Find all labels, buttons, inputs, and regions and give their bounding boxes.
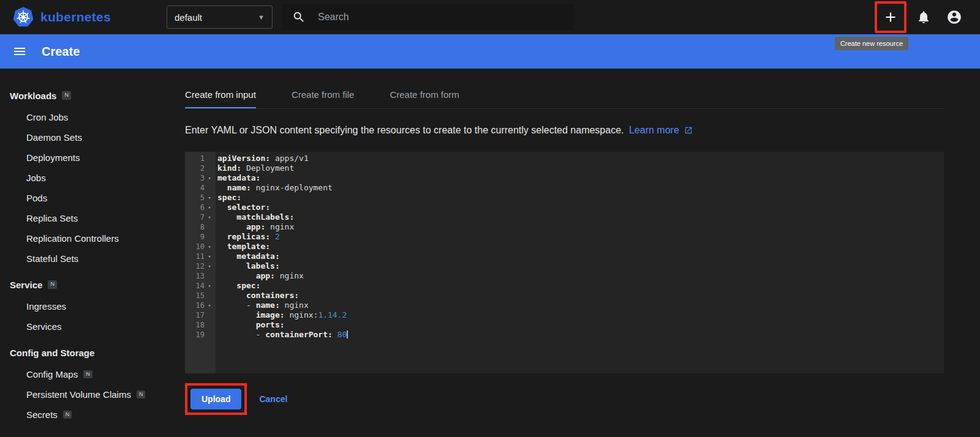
fold-toggle-icon[interactable]: ▾ <box>205 242 214 252</box>
brand-name: kubernetes <box>40 10 111 24</box>
tab-create-from-form[interactable]: Create from form <box>390 82 459 108</box>
code-line[interactable]: - name: nginx <box>217 301 944 310</box>
namespace-select[interactable]: default ▼ <box>167 6 273 29</box>
search-input[interactable] <box>318 12 564 23</box>
fold-toggle-icon[interactable]: ▾ <box>205 173 214 183</box>
fold-toggle-icon[interactable]: ▾ <box>205 261 214 271</box>
kubernetes-logo-icon <box>12 6 34 28</box>
code-line[interactable]: name: nginx-deployment <box>217 183 944 193</box>
fold-toggle-icon[interactable]: ▾ <box>205 301 214 310</box>
chevron-down-icon: ▼ <box>258 13 265 21</box>
fold-toggle-icon[interactable]: ▾ <box>205 281 214 291</box>
fold-toggle-icon[interactable]: ▾ <box>205 212 214 222</box>
search-bar[interactable] <box>282 4 573 31</box>
code-line[interactable]: app: nginx <box>217 271 944 281</box>
gutter-line: 6▾ <box>185 203 216 212</box>
namespaced-badge: N <box>137 390 146 399</box>
sidebar-item-replication-controllers[interactable]: Replication Controllers <box>0 228 170 248</box>
sidebar-item-label: Cron Jobs <box>26 112 68 122</box>
menu-button[interactable] <box>12 44 27 59</box>
gutter-line: 10▾ <box>185 242 216 252</box>
sidebar-item-secrets[interactable]: SecretsN <box>0 405 170 425</box>
sidebar-item-label: Daemon Sets <box>26 132 82 143</box>
editor-code[interactable]: apiVersion: apps/v1kind: Deploymentmetad… <box>216 152 944 373</box>
sidebar-item-stateful-sets[interactable]: Stateful Sets <box>0 248 170 269</box>
sidebar-item-label: Replica Sets <box>26 213 78 223</box>
annotation-red-box-create <box>875 1 907 33</box>
page-title: Create <box>42 45 80 59</box>
learn-more-link[interactable]: Learn more <box>629 125 679 135</box>
tab-bar: Create from inputCreate from fileCreate … <box>185 82 944 109</box>
code-line[interactable]: template: <box>217 242 944 252</box>
sidebar: WorkloadsNCron JobsDaemon SetsDeployment… <box>0 69 170 437</box>
sidebar-item-label: Stateful Sets <box>26 253 78 264</box>
gutter-line: 19 <box>185 330 216 340</box>
code-line[interactable]: ports: <box>217 320 944 330</box>
gutter-line: 12▾ <box>185 261 216 271</box>
gutter-line: 18 <box>185 320 216 330</box>
code-line[interactable]: metadata: <box>217 252 944 261</box>
sidebar-item-replica-sets[interactable]: Replica Sets <box>0 208 170 228</box>
sidebar-section-label: Service <box>10 280 42 290</box>
fold-toggle-icon[interactable]: ▾ <box>205 193 214 203</box>
account-button[interactable] <box>941 4 968 31</box>
text-cursor <box>347 331 348 338</box>
code-line[interactable]: matchLabels: <box>217 212 944 222</box>
gutter-line: 7▾ <box>185 212 216 222</box>
code-line[interactable]: image: nginx:1.14.2 <box>217 310 944 320</box>
layout: WorkloadsNCron JobsDaemon SetsDeployment… <box>0 69 980 437</box>
namespaced-badge: N <box>48 280 57 289</box>
sidebar-section-service: ServiceN <box>0 273 170 296</box>
instruction-text: Enter YAML or JSON content specifying th… <box>185 125 944 137</box>
sidebar-item-config-maps[interactable]: Config MapsN <box>0 364 170 384</box>
upload-button[interactable]: Upload <box>190 389 241 409</box>
sidebar-item-label: Config Maps <box>26 369 78 379</box>
sidebar-item-services[interactable]: Services <box>0 316 170 337</box>
fold-toggle-icon[interactable]: ▾ <box>205 252 214 261</box>
sidebar-item-jobs[interactable]: Jobs <box>0 168 170 188</box>
sidebar-section-config-and-storage: Config and Storage <box>0 341 170 364</box>
cancel-button[interactable]: Cancel <box>259 394 287 404</box>
code-line[interactable]: spec: <box>217 193 944 203</box>
code-line[interactable]: apiVersion: apps/v1 <box>217 154 944 163</box>
code-line[interactable]: containers: <box>217 291 944 301</box>
code-line[interactable]: kind: Deployment <box>217 163 944 173</box>
gutter-line: 5▾ <box>185 193 216 203</box>
gutter-line: 1 <box>185 154 216 163</box>
code-line[interactable]: metadata: <box>217 173 944 183</box>
namespaced-badge: N <box>83 370 92 379</box>
gutter-line: 9 <box>185 232 216 242</box>
bell-icon <box>916 10 931 24</box>
appbar: Create <box>0 34 980 69</box>
gutter-line: 4 <box>185 183 216 193</box>
code-line[interactable]: replicas: 2 <box>217 232 944 242</box>
sidebar-item-daemon-sets[interactable]: Daemon Sets <box>0 127 170 148</box>
create-new-resource-button[interactable] <box>877 4 904 31</box>
sidebar-item-cron-jobs[interactable]: Cron Jobs <box>0 107 170 127</box>
sidebar-item-deployments[interactable]: Deployments <box>0 148 170 168</box>
code-line[interactable]: spec: <box>217 281 944 291</box>
namespaced-badge: N <box>63 411 72 419</box>
fold-toggle-icon[interactable]: ▾ <box>205 203 214 212</box>
gutter-line: 17 <box>185 310 216 320</box>
sidebar-section-label: Config and Storage <box>10 348 94 358</box>
code-line[interactable]: app: nginx <box>217 222 944 232</box>
sidebar-item-label: Deployments <box>26 152 80 163</box>
tab-create-from-input[interactable]: Create from input <box>185 82 256 108</box>
notifications-button[interactable] <box>910 4 937 31</box>
gutter-line: 3▾ <box>185 173 216 183</box>
tab-create-from-file[interactable]: Create from file <box>292 82 355 108</box>
code-line[interactable]: labels: <box>217 261 944 271</box>
annotation-red-box-upload: Upload <box>185 383 247 415</box>
sidebar-item-persistent-volume-claims[interactable]: Persistent Volume ClaimsN <box>0 384 170 405</box>
yaml-editor[interactable]: 123▾45▾6▾7▾8910▾11▾12▾1314▾1516▾171819 a… <box>185 152 944 373</box>
gutter-line: 14▾ <box>185 281 216 291</box>
code-line[interactable]: selector: <box>217 203 944 212</box>
gutter-line: 16▾ <box>185 301 216 310</box>
plus-icon <box>883 9 899 25</box>
code-line[interactable]: - containerPort: 80 <box>217 330 944 340</box>
namespaced-badge: N <box>62 91 71 100</box>
brand[interactable]: kubernetes <box>12 6 167 28</box>
sidebar-item-pods[interactable]: Pods <box>0 188 170 208</box>
sidebar-item-ingresses[interactable]: Ingresses <box>0 296 170 316</box>
